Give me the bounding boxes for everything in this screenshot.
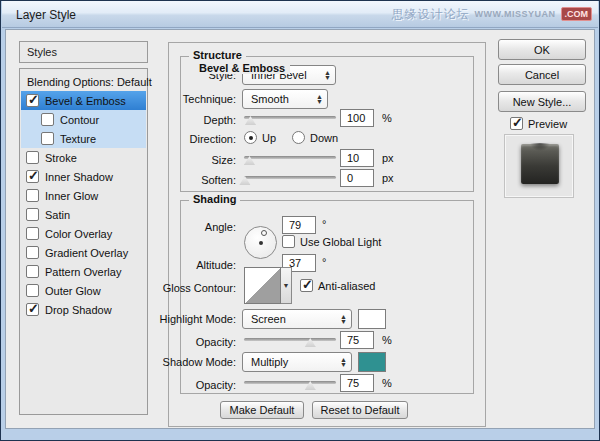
styles-item-inner-shadow[interactable]: Inner Shadow xyxy=(21,167,146,186)
cancel-button[interactable]: Cancel xyxy=(498,64,586,85)
altitude-label: Altitude: xyxy=(152,259,236,271)
new-style-button[interactable]: New Style... xyxy=(498,91,586,112)
angle-dial-marker[interactable] xyxy=(261,230,267,236)
title-bar[interactable]: Layer Style 思缘设计论坛 www.missyuan .com xyxy=(2,1,598,28)
section-title: Bevel & Emboss xyxy=(194,62,290,74)
depth-slider[interactable] xyxy=(244,112,336,126)
soften-unit: px xyxy=(382,172,394,184)
styles-list: Blending Options: Default Bevel & Emboss… xyxy=(19,68,148,415)
styles-item-texture[interactable]: Texture xyxy=(21,129,146,148)
watermark-forum-text: 思缘设计论坛 xyxy=(392,6,470,23)
preview-shape xyxy=(521,144,559,184)
shadow-mode-label: Shadow Mode: xyxy=(152,356,236,368)
gloss-contour-label: Gloss Contour: xyxy=(152,282,236,294)
styles-item-satin[interactable]: Satin xyxy=(21,205,146,224)
angle-label: Angle: xyxy=(152,221,236,233)
dialog-body: Styles Blending Options: Default Bevel &… xyxy=(5,29,595,429)
watermark-badge: .com xyxy=(561,7,593,21)
styles-panel-title: Styles xyxy=(27,46,57,58)
gradient-overlay-checkbox[interactable] xyxy=(26,246,39,259)
highlight-opacity-unit: % xyxy=(382,334,392,346)
depth-unit: % xyxy=(382,112,392,124)
styles-item-outer-glow[interactable]: Outer Glow xyxy=(21,281,146,300)
angle-dial-center xyxy=(259,241,263,245)
stroke-checkbox[interactable] xyxy=(26,151,39,164)
updown-arrows-icon: ▲▼ xyxy=(316,94,323,104)
styles-item-inner-glow[interactable]: Inner Glow xyxy=(21,186,146,205)
texture-checkbox[interactable] xyxy=(41,132,54,145)
highlight-opacity-slider[interactable] xyxy=(244,334,336,348)
satin-checkbox[interactable] xyxy=(26,208,39,221)
watermark: 思缘设计论坛 www.missyuan .com xyxy=(392,5,593,23)
size-slider[interactable] xyxy=(244,152,336,166)
styles-item-pattern-overlay[interactable]: Pattern Overlay xyxy=(21,262,146,281)
styles-item-color-overlay[interactable]: Color Overlay xyxy=(21,224,146,243)
highlight-color-swatch[interactable] xyxy=(358,309,386,329)
styles-item-bevel-emboss[interactable]: Bevel & Emboss xyxy=(21,91,146,110)
depth-label: Depth: xyxy=(152,114,236,126)
size-unit: px xyxy=(382,152,394,164)
color-overlay-checkbox[interactable] xyxy=(26,227,39,240)
altitude-unit: ° xyxy=(322,256,326,268)
reset-to-default-button[interactable]: Reset to Default xyxy=(312,401,408,419)
gloss-contour-dropdown-arrow[interactable]: ▼ xyxy=(281,267,292,304)
make-default-button[interactable]: Make Default xyxy=(220,401,304,419)
styles-item-drop-shadow[interactable]: Drop Shadow xyxy=(21,300,146,319)
highlight-opacity-label: Opacity: xyxy=(152,336,236,348)
size-input[interactable]: 10 xyxy=(340,149,374,167)
angle-dial[interactable] xyxy=(244,226,277,259)
preview-checkbox[interactable]: Preview xyxy=(510,117,567,130)
technique-label: Technique: xyxy=(152,93,236,105)
soften-slider[interactable] xyxy=(244,172,336,186)
technique-dropdown[interactable]: Smooth ▲▼ xyxy=(242,89,328,109)
highlight-mode-dropdown[interactable]: Screen ▲▼ xyxy=(242,309,352,329)
dialog-title: Layer Style xyxy=(16,8,76,22)
updown-arrows-icon: ▲▼ xyxy=(340,314,347,324)
outer-glow-checkbox[interactable] xyxy=(26,284,39,297)
angle-unit: ° xyxy=(322,218,326,230)
use-global-light-checkbox[interactable]: Use Global Light xyxy=(282,235,381,248)
shadow-opacity-label: Opacity: xyxy=(152,379,236,391)
layer-style-dialog: Layer Style 思缘设计论坛 www.missyuan .com Sty… xyxy=(0,0,600,441)
bevel-emboss-checkbox[interactable] xyxy=(26,94,39,107)
size-label: Size: xyxy=(152,154,236,166)
shadow-opacity-input[interactable]: 75 xyxy=(340,374,374,392)
updown-arrows-icon: ▲▼ xyxy=(340,357,347,367)
highlight-mode-label: Highlight Mode: xyxy=(152,313,236,325)
structure-legend: Structure xyxy=(189,49,246,61)
soften-label: Soften: xyxy=(152,174,236,186)
gloss-contour-picker[interactable] xyxy=(244,267,281,304)
drop-shadow-checkbox[interactable] xyxy=(26,303,39,316)
preview-thumbnail xyxy=(504,134,574,198)
styles-item-contour[interactable]: Contour xyxy=(21,110,146,129)
inner-glow-checkbox[interactable] xyxy=(26,189,39,202)
shadow-mode-dropdown[interactable]: Multiply ▲▼ xyxy=(242,352,352,372)
shadow-opacity-slider[interactable] xyxy=(244,377,336,391)
direction-up-radio[interactable]: Up xyxy=(244,131,276,144)
depth-input[interactable]: 100 xyxy=(340,109,374,127)
styles-panel-header: Styles xyxy=(19,41,148,63)
shadow-color-swatch[interactable] xyxy=(358,352,386,372)
styles-item-stroke[interactable]: Stroke xyxy=(21,148,146,167)
inner-shadow-checkbox[interactable] xyxy=(26,170,39,183)
soften-input[interactable]: 0 xyxy=(340,169,374,187)
direction-label: Direction: xyxy=(152,133,236,145)
shadow-opacity-unit: % xyxy=(382,377,392,389)
anti-aliased-checkbox[interactable]: Anti-aliased xyxy=(300,279,375,292)
updown-arrows-icon: ▲▼ xyxy=(324,70,331,80)
styles-item-gradient-overlay[interactable]: Gradient Overlay xyxy=(21,243,146,262)
highlight-opacity-input[interactable]: 75 xyxy=(340,331,374,349)
direction-down-radio[interactable]: Down xyxy=(292,131,338,144)
ok-button[interactable]: OK xyxy=(498,39,586,60)
angle-input[interactable]: 79 xyxy=(282,216,316,234)
watermark-url-text: www.missyuan xyxy=(475,9,556,19)
styles-item-blending-options[interactable]: Blending Options: Default xyxy=(21,72,146,91)
contour-checkbox[interactable] xyxy=(41,113,54,126)
shading-legend: Shading xyxy=(189,193,240,205)
pattern-overlay-checkbox[interactable] xyxy=(26,265,39,278)
